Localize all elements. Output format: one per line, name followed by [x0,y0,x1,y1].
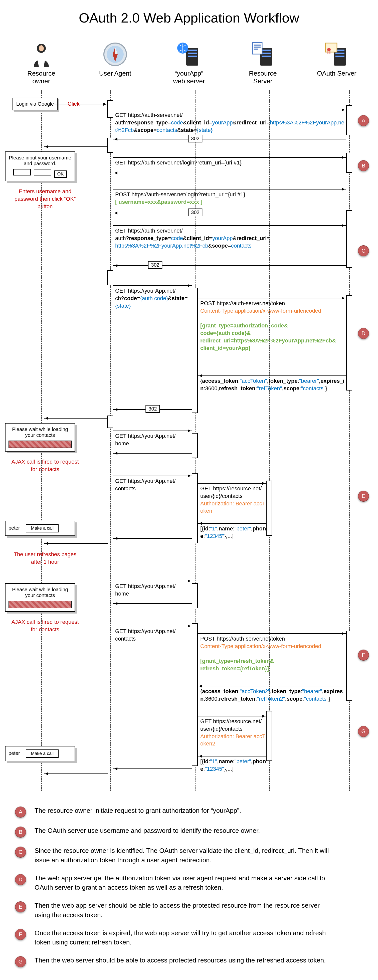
arrow [113,476,192,476]
svg-rect-7 [188,49,197,51]
badge-F: F [358,649,369,660]
arrow [113,173,346,173]
badge-G: G [358,726,369,737]
actor-label: OAuth Server [317,70,356,77]
svg-rect-14 [262,56,271,57]
legend-text: The OAuth server use username and passwo… [35,826,260,835]
arrow [198,716,266,716]
svg-rect-15 [253,43,262,54]
svg-rect-17 [254,46,260,48]
loading-box: Please wait while loading your contacts [5,423,75,452]
arrow [44,773,108,774]
msg-auth-get: GET https://auth-server.net/auth?respons… [115,111,345,134]
svg-rect-16 [254,45,260,46]
arrow [113,581,192,581]
badge-E: E [358,491,369,502]
contact-box: peter Make a call [5,521,75,536]
arrow [198,633,346,634]
arrow [198,483,266,484]
msg-refresh-post: POST https://auth-server.net/token Conte… [200,635,345,672]
legend-text: Then the web server should be able to ac… [35,956,326,965]
arrow [113,225,346,226]
code-302: 302 [145,405,160,413]
arrow [198,756,266,756]
badge-C: C [358,245,369,256]
msg-token-resp2: {access_token:"accToken2",token_type:"be… [200,687,348,702]
ok-button[interactable]: OK [54,170,67,178]
msg-cb-get: GET https://yourApp.net/cb?code={auth co… [115,287,190,309]
actor-resource-server: Resource Server [241,41,284,85]
code-302: 302 [148,261,162,269]
contact-name: peter [8,525,20,531]
badge-D: D [358,328,369,339]
badge-E: E [15,901,26,912]
legend-text: Then the web app server should be able t… [35,901,330,920]
arrow [113,285,192,286]
msg-resource-get: GET https://resource.net/ user/{id}/cont… [200,485,268,515]
loading-text: Please wait while loading your contacts [8,426,71,438]
msg-login-post: POST https://auth-server.net/login?retur… [115,191,340,205]
arrow [113,453,192,453]
svg-rect-23 [326,43,337,52]
msg-token-resp: {access_token:"accToken",token_type:"bea… [200,377,348,392]
server-cert-icon [323,41,351,68]
arrow [113,538,192,539]
badge-F: F [15,929,26,940]
msg-contacts-get2: GET https://yourApp.net/ contacts [115,628,190,642]
login-prompt-text: Please input your username and password. [8,155,71,167]
arrow [44,418,108,418]
svg-rect-8 [188,52,197,54]
actor-label: “yourApp” web server [173,70,205,85]
make-call-button[interactable]: Make a call [26,524,59,533]
server-doc-icon [249,41,276,68]
msg-contacts-resp2: [{id:"1",name:"peter",phone:"12345"},...… [200,758,268,773]
msg-home-get2: GET https://yourApp.net/ home [115,582,190,597]
arrow [198,686,346,686]
msg-contacts-get: GET https://yourApp.net/ contacts [115,477,190,492]
legend: AThe resource owner initiate request to … [15,806,363,967]
progress-bar [8,601,71,608]
arrow [198,298,346,298]
make-call-button[interactable]: Make a call [26,749,59,758]
badge-D: D [15,874,26,885]
msg-resource-get2: GET https://resource.net/ user/{id}/cont… [200,718,268,748]
note-refresh: The user refreshes pages after 1 hour [10,551,80,565]
username-input[interactable] [13,169,31,175]
svg-rect-18 [254,49,258,49]
actor-label: Resource owner [20,70,63,85]
badge-B: B [15,827,26,838]
arrow [113,139,346,139]
server-globe-icon [175,41,203,68]
note-ajax-2: AJAX call is fired to request for contac… [10,618,80,633]
badge-A: A [358,115,369,126]
actor-resource-owner: Resource owner [20,41,63,85]
badge-B: B [358,160,369,171]
arrow [44,104,108,104]
actor-oauth-server: OAuth Server [315,41,358,85]
progress-bar [8,441,71,448]
arrow [113,157,346,158]
login-prompt-box: Please input your username and password.… [5,151,75,181]
arrow [113,431,192,431]
contact-box-2: peter Make a call [5,746,75,761]
contact-name: peter [8,751,20,756]
svg-rect-9 [188,56,197,57]
arrow [44,543,108,544]
loading-box-2: Please wait while loading your contacts [5,583,75,612]
sequence-body: Login via Google Click GET https://auth-… [15,90,363,791]
svg-rect-13 [262,52,271,54]
note-enter-creds: Enters username and password then click … [10,188,80,210]
actor-yourapp: “yourApp” web server [168,41,210,85]
note-ajax: AJAX call is fired to request for contac… [10,458,80,473]
password-input[interactable] [34,169,51,175]
arrow [198,523,266,523]
badge-C: C [15,846,26,858]
arrow [113,213,346,213]
svg-rect-21 [335,52,345,54]
legend-text: The web app server get the authorization… [35,873,330,892]
legend-text: Once the access token is expired, the we… [35,928,330,947]
msg-token-post: POST https://auth-server.net/token Conte… [200,300,345,352]
legend-text: Since the resource owner is identified. … [35,846,330,865]
code-302: 302 [188,135,202,142]
msg-login-get: GET https://auth-server.net/login?return… [115,159,340,167]
